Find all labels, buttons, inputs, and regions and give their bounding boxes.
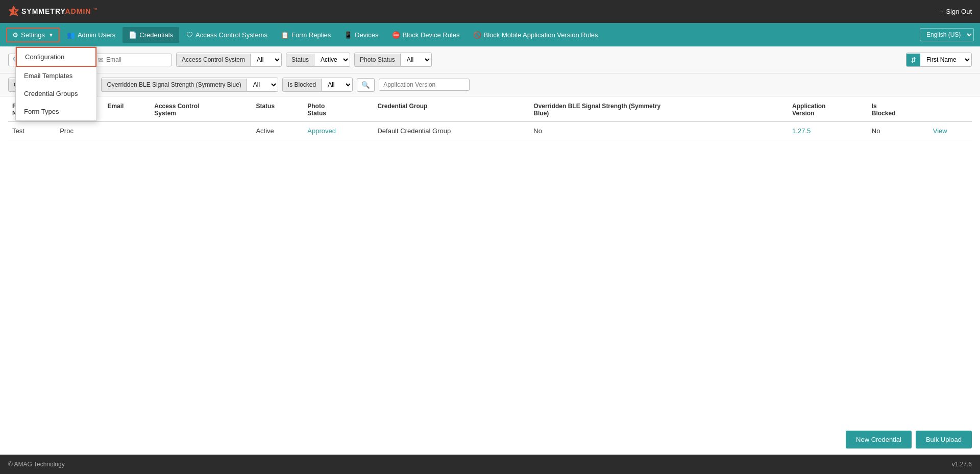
- form-icon: 📋: [281, 31, 289, 39]
- status-filter-label: Status: [286, 54, 314, 66]
- email-icon: ✉: [98, 56, 104, 64]
- form-replies-nav[interactable]: 📋 Form Replies: [275, 27, 337, 43]
- block-device-nav[interactable]: ⛔ Block Device Rules: [386, 27, 466, 43]
- col-photo-status: PhotoStatus: [303, 96, 373, 121]
- shield-icon: 🛡: [186, 31, 193, 39]
- sort-select[interactable]: First Name: [920, 53, 971, 66]
- filter-row-1: 🔍 ✉ Access Control System All Status Act…: [8, 53, 972, 67]
- logo-sym: SYMMETRY: [21, 8, 65, 16]
- col-status: Status: [252, 96, 303, 121]
- acs-filter-label: Access Control System: [177, 54, 251, 66]
- navbar: ⚙ Settings ▼ 👥 Admin Users 📄 Credentials…: [0, 23, 980, 46]
- navbar-items: ⚙ Settings ▼ 👥 Admin Users 📄 Credentials…: [6, 27, 604, 43]
- action-bar: New Credential Bulk Upload: [0, 425, 980, 455]
- photo-status-select[interactable]: All: [401, 53, 431, 66]
- main-content: 🔍 ✉ Access Control System All Status Act…: [0, 46, 980, 455]
- admin-users-label: Admin Users: [78, 31, 115, 39]
- cell-ble: No: [529, 121, 788, 140]
- col-ble: Overridden BLE Signal Strength (Symmetry…: [529, 96, 788, 121]
- cell-view-link[interactable]: View: [929, 121, 972, 140]
- filter-bar-1: 🔍 ✉ Access Control System All Status Act…: [0, 46, 980, 73]
- cell-credential-group: Default Credential Group: [373, 121, 529, 140]
- col-is-blocked: IsBlocked: [868, 96, 929, 121]
- col-action: [929, 96, 972, 121]
- cell-acs: [150, 121, 252, 140]
- admin-users-nav[interactable]: 👥 Admin Users: [61, 27, 121, 43]
- logo-admin: ADMIN: [65, 8, 91, 16]
- cell-email: [103, 121, 150, 140]
- signout-label: Sign Out: [946, 8, 972, 15]
- signout-button[interactable]: → Sign Out: [937, 8, 972, 15]
- app-version-input[interactable]: [383, 81, 465, 88]
- col-app-version: ApplicationVersion: [788, 96, 868, 121]
- settings-nav[interactable]: ⚙ Settings ▼: [6, 28, 60, 42]
- col-credential-group: Credential Group: [373, 96, 529, 121]
- col-acs: Access ControlSystem: [150, 96, 252, 121]
- logo-text: SYMMETRYADMIN ™: [21, 7, 97, 15]
- filter-bar-2: Credential Group All Overridden BLE Sign…: [0, 73, 980, 96]
- device-icon: 📱: [344, 31, 352, 39]
- block-icon: ⛔: [392, 31, 400, 39]
- acs-label: Access Control Systems: [195, 31, 267, 39]
- cell-first-name: Test: [8, 121, 56, 140]
- cell-status: Active: [252, 121, 303, 140]
- logo: ⯪ SYMMETRYADMIN ™: [8, 6, 97, 17]
- logo-icon: ⯪: [8, 6, 19, 17]
- form-replies-label: Form Replies: [291, 31, 331, 39]
- ble-select[interactable]: All: [247, 78, 278, 91]
- version-text: v1.27.6: [952, 461, 972, 468]
- bulk-upload-button[interactable]: Bulk Upload: [916, 431, 972, 448]
- acs-filter: Access Control System All: [176, 53, 282, 67]
- acs-filter-select[interactable]: All: [251, 53, 281, 66]
- table-body: Test Proc Active Approved Default Creden…: [8, 121, 972, 140]
- topbar: ⯪ SYMMETRYADMIN ™ → Sign Out: [0, 0, 980, 23]
- settings-dropdown: Configuration Email Templates Credential…: [15, 46, 97, 121]
- dropdown-form-types[interactable]: Form Types: [16, 103, 96, 120]
- dropdown-email-templates[interactable]: Email Templates: [16, 67, 96, 85]
- is-blocked-filter: Is Blocked All: [282, 78, 353, 92]
- table-header: FirstName LastName Email Access ControlS…: [8, 96, 972, 121]
- cell-app-version[interactable]: 1.27.5: [788, 121, 868, 140]
- ble-filter: Overridden BLE Signal Strength (Symmetry…: [101, 78, 278, 92]
- dropdown-credential-groups[interactable]: Credential Groups: [16, 85, 96, 103]
- email-input[interactable]: [106, 56, 167, 63]
- is-blocked-label: Is Blocked: [283, 79, 322, 91]
- users-icon: 👥: [67, 31, 75, 39]
- block-mobile-label: Block Mobile Application Version Rules: [484, 31, 598, 39]
- block-device-label: Block Device Rules: [403, 31, 460, 39]
- devices-label: Devices: [355, 31, 378, 39]
- chevron-down-icon: ▼: [48, 32, 54, 38]
- block-mobile-nav[interactable]: 🚫 Block Mobile Application Version Rules: [467, 27, 604, 43]
- photo-status-filter: Photo Status All: [354, 53, 432, 67]
- dropdown-configuration[interactable]: Configuration: [16, 47, 96, 67]
- email-filter: ✉: [93, 54, 172, 66]
- acs-nav[interactable]: 🛡 Access Control Systems: [180, 27, 274, 43]
- ble-label: Overridden BLE Signal Strength (Symmetry…: [102, 79, 247, 91]
- sort-wrap: ⇵ First Name: [906, 53, 972, 67]
- photo-status-label: Photo Status: [355, 54, 401, 66]
- app-version-search-btn[interactable]: 🔍: [357, 78, 375, 92]
- language-select[interactable]: English (US): [920, 28, 974, 41]
- copyright-text: © AMAG Technology: [8, 461, 65, 468]
- new-credential-button[interactable]: New Credential: [846, 431, 912, 448]
- bottom-bar: © AMAG Technology v1.27.6: [0, 455, 980, 474]
- cell-last-name: Proc: [56, 121, 103, 140]
- sort-icon: ⇵: [906, 54, 920, 66]
- table-header-row: FirstName LastName Email Access ControlS…: [8, 96, 972, 121]
- block-mobile-icon: 🚫: [473, 31, 481, 39]
- settings-label: Settings: [21, 31, 45, 39]
- credentials-table-area: FirstName LastName Email Access ControlS…: [0, 96, 980, 425]
- table-row: Test Proc Active Approved Default Creden…: [8, 121, 972, 140]
- status-filter: Status Active: [286, 53, 350, 67]
- status-filter-select[interactable]: Active: [314, 53, 350, 66]
- gear-icon: ⚙: [12, 31, 18, 39]
- is-blocked-select[interactable]: All: [322, 78, 352, 91]
- credentials-label: Credentials: [139, 31, 173, 39]
- signout-icon: →: [937, 8, 944, 15]
- credentials-nav[interactable]: 📄 Credentials: [122, 27, 179, 43]
- card-icon: 📄: [129, 31, 137, 39]
- col-email: Email: [103, 96, 150, 121]
- cell-photo-status: Approved: [303, 121, 373, 140]
- cell-is-blocked: No: [868, 121, 929, 140]
- devices-nav[interactable]: 📱 Devices: [338, 27, 384, 43]
